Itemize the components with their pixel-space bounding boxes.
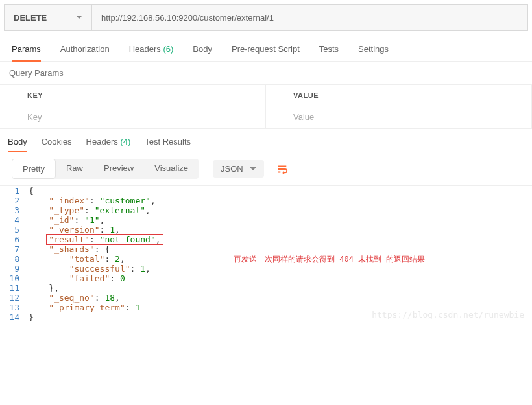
watermark: https://blog.csdn.net/runewbie	[372, 310, 524, 319]
json-id: "1"	[84, 215, 99, 225]
tab-tests[interactable]: Tests	[319, 44, 339, 61]
json-type: "external"	[95, 205, 145, 215]
headers-count-badge: (6)	[163, 44, 173, 54]
resp-tab-tests[interactable]: Test Results	[145, 137, 191, 146]
view-visualize[interactable]: Visualize	[144, 159, 199, 179]
tab-body[interactable]: Body	[193, 44, 212, 61]
tab-settings[interactable]: Settings	[358, 44, 389, 61]
qp-key-header: KEY	[0, 85, 266, 106]
wrap-lines-button[interactable]	[273, 160, 291, 178]
response-body[interactable]: 1{ 2 "_index": "customer", 3 "_type": "e…	[0, 185, 532, 322]
json-index: "customer"	[100, 196, 151, 205]
resp-tab-headers[interactable]: Headers (4)	[86, 137, 131, 146]
request-tabs: Params Authorization Headers (6) Body Pr…	[0, 35, 532, 62]
resp-tab-cookies[interactable]: Cookies	[42, 137, 72, 146]
http-method-label: DELETE	[14, 13, 47, 23]
format-select[interactable]: JSON	[213, 160, 264, 178]
json-shards-successful: 1	[140, 264, 145, 273]
json-shards-failed: 0	[120, 273, 125, 283]
chevron-down-icon	[76, 14, 82, 21]
query-params-title: Query Params	[0, 62, 532, 84]
format-label: JSON	[221, 164, 243, 174]
response-tabs: Body Cookies Headers (4) Test Results	[0, 129, 532, 152]
view-pretty[interactable]: Pretty	[12, 159, 56, 179]
tab-authorization[interactable]: Authorization	[60, 44, 110, 61]
tab-prerequest[interactable]: Pre-request Script	[232, 44, 300, 61]
resp-tab-body[interactable]: Body	[8, 137, 27, 152]
chevron-down-icon	[250, 166, 256, 172]
request-url-input[interactable]: http://192.168.56.10:9200/customer/exter…	[92, 5, 527, 30]
annotation-text: 再发送一次同样的请求会得到 404 未找到 的返回结果	[234, 254, 425, 265]
query-params-row: Key Value	[0, 106, 532, 128]
json-seqno: 18	[104, 293, 115, 303]
view-raw[interactable]: Raw	[56, 159, 93, 179]
highlighted-result: "result": "not_found",	[46, 234, 163, 245]
tab-params[interactable]: Params	[12, 44, 41, 62]
response-view-bar: Pretty Raw Preview Visualize JSON	[0, 152, 532, 185]
view-preview[interactable]: Preview	[93, 159, 144, 179]
qp-value-input[interactable]: Value	[266, 106, 532, 128]
tab-headers[interactable]: Headers (6)	[129, 44, 174, 61]
http-method-select[interactable]: DELETE	[5, 5, 92, 30]
query-params-header: KEY VALUE	[0, 85, 532, 106]
query-params-grid: KEY VALUE Key Value	[0, 84, 532, 129]
json-version: 1	[110, 225, 115, 235]
qp-key-input[interactable]: Key	[0, 106, 266, 128]
json-primaryterm: 1	[135, 303, 140, 312]
request-bar: DELETE http://192.168.56.10:9200/custome…	[4, 4, 528, 31]
qp-value-header: VALUE	[266, 85, 532, 106]
view-mode-segment: Pretty Raw Preview Visualize	[12, 159, 199, 179]
json-shards-total: 2	[115, 254, 120, 264]
resp-headers-count-badge: (4)	[120, 137, 130, 146]
wrap-icon	[276, 163, 288, 175]
